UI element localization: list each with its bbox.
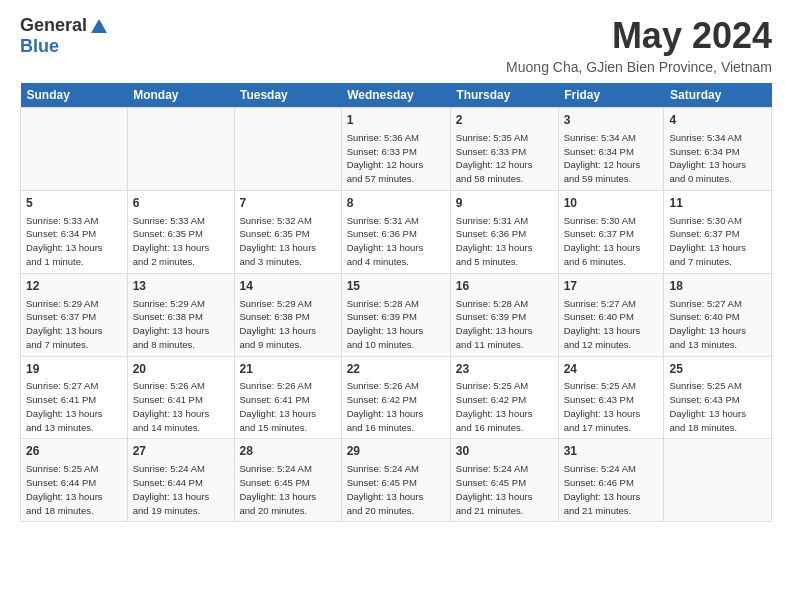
header-row: SundayMondayTuesdayWednesdayThursdayFrid… [21, 83, 772, 108]
week-row-2: 12Sunrise: 5:29 AM Sunset: 6:37 PM Dayli… [21, 273, 772, 356]
day-info: Sunrise: 5:30 AM Sunset: 6:37 PM Dayligh… [564, 214, 659, 269]
day-cell: 20Sunrise: 5:26 AM Sunset: 6:41 PM Dayli… [127, 356, 234, 439]
day-cell: 17Sunrise: 5:27 AM Sunset: 6:40 PM Dayli… [558, 273, 664, 356]
day-cell: 5Sunrise: 5:33 AM Sunset: 6:34 PM Daylig… [21, 190, 128, 273]
day-number: 8 [347, 195, 445, 212]
day-info: Sunrise: 5:24 AM Sunset: 6:44 PM Dayligh… [133, 462, 229, 517]
col-header-tuesday: Tuesday [234, 83, 341, 108]
day-number: 27 [133, 443, 229, 460]
day-info: Sunrise: 5:25 AM Sunset: 6:44 PM Dayligh… [26, 462, 122, 517]
col-header-wednesday: Wednesday [341, 83, 450, 108]
day-cell: 16Sunrise: 5:28 AM Sunset: 6:39 PM Dayli… [450, 273, 558, 356]
day-info: Sunrise: 5:31 AM Sunset: 6:36 PM Dayligh… [456, 214, 553, 269]
day-info: Sunrise: 5:30 AM Sunset: 6:37 PM Dayligh… [669, 214, 766, 269]
day-cell: 29Sunrise: 5:24 AM Sunset: 6:45 PM Dayli… [341, 439, 450, 522]
day-number: 29 [347, 443, 445, 460]
header: General Blue May 2024 Muong Cha, GJien B… [20, 15, 772, 75]
day-number: 2 [456, 112, 553, 129]
day-cell: 26Sunrise: 5:25 AM Sunset: 6:44 PM Dayli… [21, 439, 128, 522]
day-cell: 25Sunrise: 5:25 AM Sunset: 6:43 PM Dayli… [664, 356, 772, 439]
day-number: 28 [240, 443, 336, 460]
day-number: 3 [564, 112, 659, 129]
day-info: Sunrise: 5:27 AM Sunset: 6:41 PM Dayligh… [26, 379, 122, 434]
day-cell: 13Sunrise: 5:29 AM Sunset: 6:38 PM Dayli… [127, 273, 234, 356]
day-number: 12 [26, 278, 122, 295]
day-info: Sunrise: 5:24 AM Sunset: 6:46 PM Dayligh… [564, 462, 659, 517]
day-info: Sunrise: 5:25 AM Sunset: 6:43 PM Dayligh… [669, 379, 766, 434]
day-number: 10 [564, 195, 659, 212]
logo-blue-text: Blue [20, 36, 59, 57]
day-info: Sunrise: 5:34 AM Sunset: 6:34 PM Dayligh… [669, 131, 766, 186]
week-row-3: 19Sunrise: 5:27 AM Sunset: 6:41 PM Dayli… [21, 356, 772, 439]
day-number: 19 [26, 361, 122, 378]
day-cell: 3Sunrise: 5:34 AM Sunset: 6:34 PM Daylig… [558, 108, 664, 191]
day-cell: 2Sunrise: 5:35 AM Sunset: 6:33 PM Daylig… [450, 108, 558, 191]
day-info: Sunrise: 5:26 AM Sunset: 6:41 PM Dayligh… [133, 379, 229, 434]
day-cell: 19Sunrise: 5:27 AM Sunset: 6:41 PM Dayli… [21, 356, 128, 439]
day-number: 5 [26, 195, 122, 212]
day-info: Sunrise: 5:34 AM Sunset: 6:34 PM Dayligh… [564, 131, 659, 186]
day-number: 11 [669, 195, 766, 212]
day-number: 15 [347, 278, 445, 295]
day-cell [234, 108, 341, 191]
day-number: 22 [347, 361, 445, 378]
calendar-page: General Blue May 2024 Muong Cha, GJien B… [0, 0, 792, 612]
day-cell: 7Sunrise: 5:32 AM Sunset: 6:35 PM Daylig… [234, 190, 341, 273]
day-info: Sunrise: 5:26 AM Sunset: 6:41 PM Dayligh… [240, 379, 336, 434]
day-cell: 11Sunrise: 5:30 AM Sunset: 6:37 PM Dayli… [664, 190, 772, 273]
col-header-saturday: Saturday [664, 83, 772, 108]
day-number: 14 [240, 278, 336, 295]
day-number: 20 [133, 361, 229, 378]
day-info: Sunrise: 5:29 AM Sunset: 6:38 PM Dayligh… [240, 297, 336, 352]
day-info: Sunrise: 5:28 AM Sunset: 6:39 PM Dayligh… [456, 297, 553, 352]
day-cell [127, 108, 234, 191]
month-year-title: May 2024 [506, 15, 772, 57]
day-cell: 9Sunrise: 5:31 AM Sunset: 6:36 PM Daylig… [450, 190, 558, 273]
day-cell: 22Sunrise: 5:26 AM Sunset: 6:42 PM Dayli… [341, 356, 450, 439]
day-info: Sunrise: 5:32 AM Sunset: 6:35 PM Dayligh… [240, 214, 336, 269]
calendar-table: SundayMondayTuesdayWednesdayThursdayFrid… [20, 83, 772, 522]
logo-general-text: General [20, 15, 87, 36]
day-cell: 24Sunrise: 5:25 AM Sunset: 6:43 PM Dayli… [558, 356, 664, 439]
day-cell: 8Sunrise: 5:31 AM Sunset: 6:36 PM Daylig… [341, 190, 450, 273]
day-info: Sunrise: 5:36 AM Sunset: 6:33 PM Dayligh… [347, 131, 445, 186]
day-cell [21, 108, 128, 191]
week-row-0: 1Sunrise: 5:36 AM Sunset: 6:33 PM Daylig… [21, 108, 772, 191]
week-row-4: 26Sunrise: 5:25 AM Sunset: 6:44 PM Dayli… [21, 439, 772, 522]
day-cell: 28Sunrise: 5:24 AM Sunset: 6:45 PM Dayli… [234, 439, 341, 522]
day-cell: 23Sunrise: 5:25 AM Sunset: 6:42 PM Dayli… [450, 356, 558, 439]
day-info: Sunrise: 5:24 AM Sunset: 6:45 PM Dayligh… [240, 462, 336, 517]
day-number: 26 [26, 443, 122, 460]
day-number: 30 [456, 443, 553, 460]
day-number: 31 [564, 443, 659, 460]
day-number: 25 [669, 361, 766, 378]
day-info: Sunrise: 5:27 AM Sunset: 6:40 PM Dayligh… [669, 297, 766, 352]
day-number: 4 [669, 112, 766, 129]
day-cell: 6Sunrise: 5:33 AM Sunset: 6:35 PM Daylig… [127, 190, 234, 273]
day-cell: 14Sunrise: 5:29 AM Sunset: 6:38 PM Dayli… [234, 273, 341, 356]
logo-triangle-icon [91, 19, 107, 33]
day-cell: 18Sunrise: 5:27 AM Sunset: 6:40 PM Dayli… [664, 273, 772, 356]
day-info: Sunrise: 5:27 AM Sunset: 6:40 PM Dayligh… [564, 297, 659, 352]
col-header-monday: Monday [127, 83, 234, 108]
title-area: May 2024 Muong Cha, GJien Bien Province,… [506, 15, 772, 75]
day-cell [664, 439, 772, 522]
day-number: 1 [347, 112, 445, 129]
day-info: Sunrise: 5:24 AM Sunset: 6:45 PM Dayligh… [347, 462, 445, 517]
day-info: Sunrise: 5:24 AM Sunset: 6:45 PM Dayligh… [456, 462, 553, 517]
day-cell: 30Sunrise: 5:24 AM Sunset: 6:45 PM Dayli… [450, 439, 558, 522]
day-info: Sunrise: 5:33 AM Sunset: 6:35 PM Dayligh… [133, 214, 229, 269]
day-cell: 15Sunrise: 5:28 AM Sunset: 6:39 PM Dayli… [341, 273, 450, 356]
location-text: Muong Cha, GJien Bien Province, Vietnam [506, 59, 772, 75]
day-cell: 12Sunrise: 5:29 AM Sunset: 6:37 PM Dayli… [21, 273, 128, 356]
day-number: 24 [564, 361, 659, 378]
col-header-thursday: Thursday [450, 83, 558, 108]
day-number: 7 [240, 195, 336, 212]
day-info: Sunrise: 5:26 AM Sunset: 6:42 PM Dayligh… [347, 379, 445, 434]
day-info: Sunrise: 5:33 AM Sunset: 6:34 PM Dayligh… [26, 214, 122, 269]
week-row-1: 5Sunrise: 5:33 AM Sunset: 6:34 PM Daylig… [21, 190, 772, 273]
logo: General Blue [20, 15, 107, 57]
day-number: 6 [133, 195, 229, 212]
day-cell: 1Sunrise: 5:36 AM Sunset: 6:33 PM Daylig… [341, 108, 450, 191]
day-number: 16 [456, 278, 553, 295]
